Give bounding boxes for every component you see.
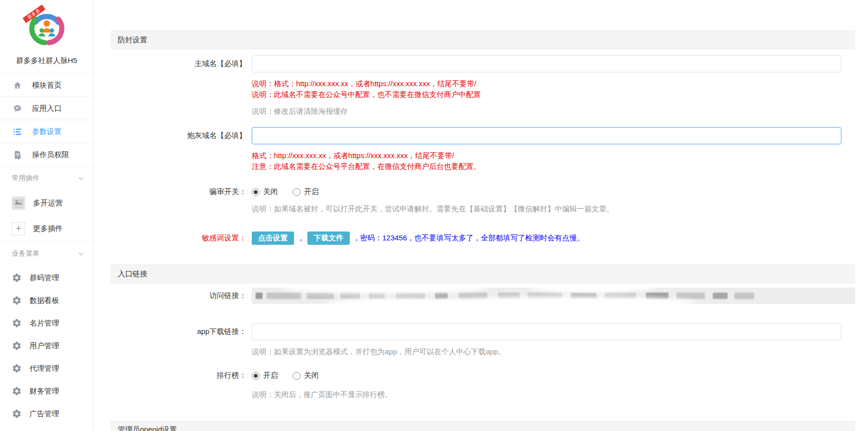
sidebar-item-group-code-mgmt[interactable]: 群码管理 [0,266,93,289]
sidebar-item-module-home[interactable]: 模块首页 [0,74,93,97]
section-title: 入口链接 [118,269,147,279]
note-line: 说明：格式：http://xxx.xxx.xx，或者https://xxx.xx… [252,78,481,89]
note-line: 格式：http://xxx.xxx.xx，或者https://xxx.xxx.x… [252,150,481,161]
sidebar: 群多多 群多多社群人脉H5 模块首页 应用入口 [0,0,94,431]
sidebar-item-label: 数据看板 [30,296,59,305]
section-title: 防封设置 [118,35,147,45]
section-header-admin-openid: 管理员openid设置 [111,421,855,431]
separator-text: ， [297,233,304,243]
visit-link-row: 访问链接： [111,288,855,304]
sidebar-item-label: 群码管理 [30,273,59,283]
page: 群多多 群多多社群人脉H5 模块首页 应用入口 [0,0,868,431]
radio-checked-icon[interactable] [252,188,260,196]
chevron-down-icon [78,251,84,257]
app-download-label: app下载链接： [111,327,246,336]
ranking-label: 排行榜： [111,371,246,380]
review-switch-note: 说明：如果域名被封，可以打开此开关，尝试申请解封。需要先在【基础设置】【微信解封… [252,203,614,214]
group-label: 常用插件 [12,174,39,183]
review-switch-option-off[interactable]: 关闭 [252,187,278,197]
sidebar-menu: 模块首页 应用入口 参数设置 [0,73,93,166]
fallback-domain-input[interactable] [252,127,841,144]
app-download-row: app下载链接： [111,323,855,340]
sidebar-item-label: 应用入口 [32,104,62,113]
radio-label: 开启 [263,371,278,380]
sensitive-words-label: 敏感词设置： [111,233,246,243]
fallback-domain-red-notes: 格式：http://xxx.xxx.xx，或者https://xxx.xxx.x… [252,150,481,172]
sidebar-item-label: 操作员权限 [32,150,69,160]
note-line: 注意：此域名需要在公众号平台配置，在微信支付商户后台也要配置。 [252,161,481,172]
sidebar-item-card-mgmt[interactable]: 名片管理 [0,312,93,334]
visit-link-label: 访问链接： [111,291,246,300]
radio-label: 开启 [304,187,319,197]
radio-unchecked-icon[interactable] [293,188,300,196]
app-logo: 群多多 [27,9,67,50]
plus-icon: + [12,222,25,235]
section-header-anti-block: 防封设置 [111,31,855,49]
gear-icon [12,386,22,396]
sidebar-item-user-mgmt[interactable]: 用户管理 [0,334,93,357]
sensitive-words-row: 敏感词设置： 点击设置 ， 下载文件 ，密码：123456，也不要填写太多了，全… [111,232,855,245]
gear-icon [12,318,22,328]
sidebar-item-app-entry[interactable]: 应用入口 [0,97,93,120]
fallback-domain-row: 炮灰域名【必填】 [111,127,855,144]
gear-icon [12,296,22,305]
radio-checked-icon[interactable] [252,372,260,380]
gear-icon [12,273,22,283]
sidebar-item-label: 多开运营 [33,199,63,208]
main-domain-input[interactable] [252,55,841,72]
gear-icon [12,409,22,419]
group-label: 业务菜单 [12,249,39,258]
sidebar-item-more-plugins[interactable]: + 更多插件 [0,216,93,241]
fallback-domain-label: 炮灰域名【必填】 [111,131,246,140]
sidebar-group-common-plugins[interactable]: 常用插件 [0,166,93,190]
image-icon [12,197,25,210]
sidebar-item-params-settings[interactable]: 参数设置 [0,120,93,143]
ranking-option-on[interactable]: 开启 [252,371,278,380]
sidebar-item-label: 模块首页 [32,81,62,90]
visit-link-value-redacted[interactable] [252,288,855,304]
radio-unchecked-icon[interactable] [293,372,300,380]
home-icon [13,81,22,90]
sidebar-item-operator-permissions[interactable]: 操作员权限 [0,143,93,166]
main-domain-label: 主域名【必填】 [111,59,246,68]
operator-icon [13,150,22,160]
note-line: 说明：此域名不需要在公众号中配置，也不需要在微信支付商户中配置 [252,89,481,100]
app-download-input[interactable] [252,323,841,340]
download-file-button[interactable]: 下载文件 [307,232,350,245]
sidebar-item-data-board[interactable]: 数据看板 [0,289,93,312]
sidebar-item-multi-operation[interactable]: 多开运营 [0,190,93,216]
sidebar-item-label: 财务管理 [30,387,59,396]
radio-label: 关闭 [263,187,278,197]
sidebar-item-label: 用户管理 [30,341,59,351]
review-switch-row: 骗审开关： 关闭 开启 [111,187,855,197]
ranking-option-off[interactable]: 关闭 [293,371,319,380]
radio-label: 关闭 [304,371,319,380]
review-switch-option-on[interactable]: 开启 [293,187,319,197]
sensitive-words-hint: ，密码：123456，也不要填写太多了，全部都填写了检测时会有点慢。 [353,233,584,243]
set-sensitive-words-button[interactable]: 点击设置 [252,232,294,245]
sidebar-item-ad-mgmt[interactable]: 广告管理 [0,402,93,425]
app-title: 群多多社群人脉H5 [0,56,93,66]
business-menu-list: 群码管理 数据看板 名片管理 用户管理 代理管理 财务管理 [0,265,93,425]
section-header-entry-links: 入口链接 [111,265,855,283]
sidebar-item-finance-mgmt[interactable]: 财务管理 [0,380,93,402]
sidebar-item-label: 广告管理 [30,409,59,419]
main-content: 防封设置 主域名【必填】 说明：格式：http://xxx.xxx.xx，或者h… [111,31,855,431]
gear-icon [12,364,22,373]
ranking-note: 说明：关闭后，推广页面中不显示排行榜。 [252,389,392,400]
chevron-down-icon [78,175,84,182]
review-switch-label: 骗审开关： [111,187,246,197]
sidebar-item-label: 名片管理 [30,319,59,328]
main-domain-row: 主域名【必填】 [111,55,855,72]
ranking-row: 排行榜： 开启 关闭 [111,371,855,380]
sidebar-item-agent-mgmt[interactable]: 代理管理 [0,357,93,380]
params-icon [13,127,22,136]
main-domain-gray-note: 说明：修改后请清除海报缓存 [252,106,348,117]
sidebar-item-label: 代理管理 [30,364,59,373]
main-domain-red-notes: 说明：格式：http://xxx.xxx.xx，或者https://xxx.xx… [252,78,481,100]
sidebar-item-label: 更多插件 [33,224,63,233]
app-download-note: 说明：如果设置为浏览器模式，并打包为app，用户可以在个人中心下载app。 [252,346,505,357]
sidebar-group-business-menu[interactable]: 业务菜单 [0,241,93,265]
gear-icon [12,341,22,351]
section-title: 管理员openid设置 [118,425,177,431]
